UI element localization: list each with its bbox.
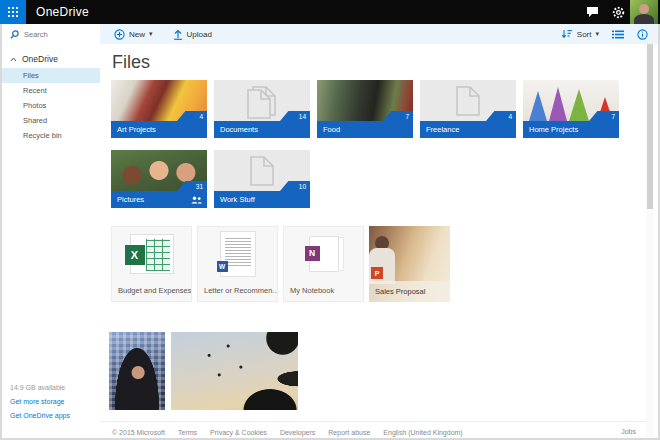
user-avatar[interactable] xyxy=(630,0,658,24)
footer-link-language[interactable]: English (United Kingdom) xyxy=(383,429,462,436)
file-name: My Notebook xyxy=(284,280,363,301)
page-title: Files xyxy=(112,52,150,73)
folder-tile-work-stuff[interactable]: 10 Work Stuff xyxy=(214,150,310,208)
copyright-text: © 2015 Microsoft xyxy=(112,429,165,436)
sidebar-root-label: OneDrive xyxy=(22,54,58,64)
app-title: OneDrive xyxy=(36,0,89,24)
photo-tile-2[interactable] xyxy=(171,332,298,410)
sidebar-item-files[interactable]: Files xyxy=(2,68,100,83)
info-icon xyxy=(637,29,648,40)
sort-icon xyxy=(561,29,573,39)
folder-tile-freelance[interactable]: 4 Freelance xyxy=(420,80,516,138)
folder-name-bar: Documents xyxy=(214,121,310,138)
folder-tile-food[interactable]: 7 Food xyxy=(317,80,413,138)
file-name: Letter or Recommen… xyxy=(198,280,277,301)
file-tile-budget-and-expenses[interactable]: X Budget and Expenses xyxy=(111,226,192,302)
folder-tile-home-projects[interactable]: 7 Home Projects xyxy=(523,80,619,138)
settings-button[interactable] xyxy=(606,0,630,24)
scrollbar-thumb[interactable] xyxy=(647,44,653,209)
file-preview: W xyxy=(198,227,277,280)
info-button[interactable] xyxy=(637,29,648,40)
sort-button[interactable]: Sort ▾ xyxy=(561,29,599,39)
onenote-notebook-icon: N xyxy=(309,236,339,272)
word-icon: W xyxy=(217,261,228,272)
chevron-down-icon: ▾ xyxy=(595,30,599,38)
command-bar: New ▾ Upload Sort ▾ xyxy=(100,24,658,44)
footer-link-report-abuse[interactable]: Report abuse xyxy=(328,429,370,436)
file-name: Budget and Expenses xyxy=(112,280,191,301)
file-tile-sales-proposal[interactable]: P Sales Proposal xyxy=(369,226,450,302)
sidebar-item-shared[interactable]: Shared xyxy=(2,113,100,128)
sidebar-item-recycle-bin[interactable]: Recycle bin xyxy=(2,128,100,143)
top-app-bar: OneDrive xyxy=(0,0,660,24)
file-name: Sales Proposal xyxy=(369,281,450,302)
chat-button[interactable] xyxy=(580,0,604,24)
folder-name-bar: Food xyxy=(317,121,413,138)
footer-link-jobs[interactable]: Jobs xyxy=(621,428,636,435)
document-stack-icon xyxy=(247,86,277,116)
chat-bubble-icon xyxy=(586,6,599,18)
search-icon xyxy=(10,30,19,39)
search-placeholder: Search xyxy=(24,30,48,39)
photo-tile-1[interactable] xyxy=(109,332,165,410)
upload-icon xyxy=(173,29,183,40)
waffle-icon xyxy=(8,7,19,18)
get-onedrive-apps-link[interactable]: Get OneDrive apps xyxy=(10,412,70,419)
upload-button[interactable]: Upload xyxy=(173,29,212,40)
onenote-icon: N xyxy=(305,246,320,261)
folder-tile-pictures[interactable]: 31 Pictures xyxy=(111,150,207,208)
onedrive-window: OneDrive New ▾ Uploa xyxy=(0,0,660,440)
sidebar-item-photos[interactable]: Photos xyxy=(2,98,100,113)
get-more-storage-link[interactable]: Get more storage xyxy=(10,398,70,405)
view-toggle-button[interactable] xyxy=(612,30,624,39)
gear-icon xyxy=(612,6,625,19)
sidebar-root-onedrive[interactable]: OneDrive xyxy=(10,54,58,64)
document-icon xyxy=(456,86,480,116)
excel-icon: X xyxy=(130,234,174,274)
folder-tile-documents[interactable]: 14 Documents xyxy=(214,80,310,138)
storage-available-text: 14.9 GB available xyxy=(10,384,70,391)
upload-button-label: Upload xyxy=(187,30,212,39)
sidebar-item-recent[interactable]: Recent xyxy=(2,83,100,98)
footer-link-developers[interactable]: Developers xyxy=(280,429,315,436)
shared-people-icon xyxy=(191,196,202,204)
footer: © 2015 Microsoft Terms Privacy & Cookies… xyxy=(100,421,648,436)
folder-name-bar: Art Projects xyxy=(111,121,207,138)
file-tile-my-notebook[interactable]: N My Notebook xyxy=(283,226,364,302)
app-launcher-button[interactable] xyxy=(0,0,26,24)
list-view-icon xyxy=(612,30,624,39)
chevron-down-icon: ▾ xyxy=(149,30,153,38)
file-tile-letter-or-recommendation[interactable]: W Letter or Recommen… xyxy=(197,226,278,302)
new-button-label: New xyxy=(129,30,145,39)
folder-name-bar: Home Projects xyxy=(523,121,619,138)
chevron-up-icon xyxy=(10,57,17,62)
word-document-preview: W xyxy=(220,231,256,277)
sort-button-label: Sort xyxy=(577,30,592,39)
folder-name-bar: Work Stuff xyxy=(214,191,310,208)
window-border-left xyxy=(0,24,2,440)
footer-link-terms[interactable]: Terms xyxy=(178,429,197,436)
new-button[interactable]: New ▾ xyxy=(114,29,153,40)
file-preview: X xyxy=(112,227,191,280)
footer-link-privacy-cookies[interactable]: Privacy & Cookies xyxy=(210,429,267,436)
plus-circle-icon xyxy=(114,29,125,40)
file-preview: N xyxy=(284,227,363,280)
powerpoint-icon: P xyxy=(371,267,383,279)
main-content: Files 4 Art Projects 14 Documents 7 Food xyxy=(100,44,658,438)
sidebar: Search OneDrive Files Recent Photos Shar… xyxy=(2,24,100,438)
document-icon xyxy=(250,156,274,186)
folder-tile-art-projects[interactable]: 4 Art Projects xyxy=(111,80,207,138)
search-input[interactable]: Search xyxy=(2,24,100,44)
folder-name-bar: Pictures xyxy=(111,191,207,208)
folder-name-bar: Freelance xyxy=(420,121,516,138)
